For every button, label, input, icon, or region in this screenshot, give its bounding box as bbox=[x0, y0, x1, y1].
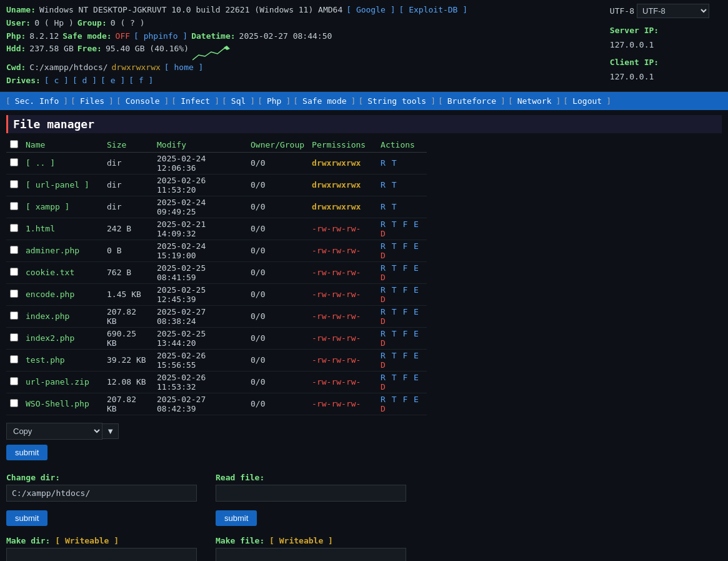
nav-network[interactable]: Network bbox=[515, 95, 554, 107]
nav-safe-mode[interactable]: Safe mode bbox=[300, 95, 349, 107]
action-r-8[interactable]: R bbox=[381, 329, 386, 338]
action-d-6[interactable]: D bbox=[381, 295, 386, 304]
action-t-11[interactable]: T bbox=[392, 395, 397, 404]
file-name-9[interactable]: test.php bbox=[26, 355, 65, 365]
change-dir-submit[interactable]: submit bbox=[6, 510, 47, 526]
action-r-7[interactable]: R bbox=[381, 307, 386, 316]
nav-console[interactable]: Console bbox=[123, 95, 162, 107]
nav-bruteforce[interactable]: Bruteforce bbox=[445, 95, 499, 107]
action-t-1[interactable]: T bbox=[392, 180, 397, 190]
action-f-5[interactable]: F bbox=[402, 263, 407, 273]
file-name-0[interactable]: [ .. ] bbox=[26, 158, 55, 168]
nav-sec-info[interactable]: Sec. Info bbox=[12, 95, 61, 107]
nav-sql[interactable]: Sql bbox=[229, 95, 248, 107]
action-f-10[interactable]: F bbox=[402, 373, 407, 382]
nav-files[interactable]: Files bbox=[77, 95, 107, 107]
action-e-5[interactable]: E bbox=[414, 263, 419, 273]
action-f-8[interactable]: F bbox=[402, 329, 407, 338]
nav-infect[interactable]: Infect bbox=[178, 95, 212, 107]
action-f-11[interactable]: F bbox=[402, 395, 407, 404]
action-d-11[interactable]: D bbox=[381, 404, 386, 413]
encoding-select[interactable]: UTF-8 Windows-1251 KOI8-R bbox=[637, 4, 709, 18]
file-name-8[interactable]: index2.php bbox=[26, 333, 74, 343]
action-f-7[interactable]: F bbox=[402, 307, 407, 316]
action-t-7[interactable]: T bbox=[392, 307, 397, 316]
action-r-6[interactable]: R bbox=[381, 285, 386, 295]
google-link[interactable]: [ Google ] bbox=[346, 4, 395, 17]
action-d-7[interactable]: D bbox=[381, 316, 386, 326]
action-d-3[interactable]: D bbox=[381, 229, 386, 238]
action-t-2[interactable]: T bbox=[392, 202, 397, 211]
file-name-6[interactable]: encode.php bbox=[26, 290, 74, 299]
row-checkbox-7[interactable] bbox=[10, 311, 18, 320]
action-d-8[interactable]: D bbox=[381, 338, 386, 348]
copy-select[interactable]: Copy Move Delete Chmod bbox=[6, 423, 102, 440]
action-t-10[interactable]: T bbox=[392, 373, 397, 382]
action-t-5[interactable]: T bbox=[392, 263, 397, 273]
action-f-3[interactable]: F bbox=[402, 220, 407, 229]
row-checkbox-5[interactable] bbox=[10, 268, 18, 276]
action-e-10[interactable]: E bbox=[414, 373, 419, 382]
action-t-3[interactable]: T bbox=[392, 220, 397, 229]
action-t-8[interactable]: T bbox=[392, 329, 397, 338]
action-r-4[interactable]: R bbox=[381, 241, 386, 251]
row-checkbox-3[interactable] bbox=[10, 224, 18, 232]
action-r-5[interactable]: R bbox=[381, 263, 386, 273]
row-checkbox-4[interactable] bbox=[10, 246, 18, 254]
action-r-0[interactable]: R bbox=[381, 158, 386, 168]
action-f-9[interactable]: F bbox=[402, 351, 407, 360]
drive-e-link[interactable]: [ e ] bbox=[101, 74, 125, 88]
action-r-10[interactable]: R bbox=[381, 373, 386, 382]
action-e-6[interactable]: E bbox=[414, 285, 419, 295]
action-t-9[interactable]: T bbox=[392, 351, 397, 360]
row-checkbox-1[interactable] bbox=[10, 180, 18, 188]
action-t-6[interactable]: T bbox=[392, 285, 397, 295]
drive-c-link[interactable]: [ c ] bbox=[44, 74, 69, 88]
action-d-5[interactable]: D bbox=[381, 273, 386, 282]
row-checkbox-0[interactable] bbox=[10, 158, 18, 166]
row-checkbox-2[interactable] bbox=[10, 202, 18, 210]
file-name-5[interactable]: cookie.txt bbox=[26, 268, 74, 277]
file-name-2[interactable]: [ xampp ] bbox=[26, 202, 69, 211]
nav-logout[interactable]: Logout bbox=[570, 95, 604, 107]
action-d-10[interactable]: D bbox=[381, 382, 386, 392]
select-all-checkbox[interactable] bbox=[10, 140, 18, 148]
action-d-9[interactable]: D bbox=[381, 360, 386, 370]
file-name-4[interactable]: adminer.php bbox=[26, 246, 79, 255]
action-e-11[interactable]: E bbox=[414, 395, 419, 404]
drive-f-link[interactable]: [ f ] bbox=[129, 74, 153, 88]
row-checkbox-8[interactable] bbox=[10, 333, 18, 341]
action-f-4[interactable]: F bbox=[402, 241, 407, 251]
file-action-submit[interactable]: submit bbox=[6, 445, 47, 460]
action-d-4[interactable]: D bbox=[381, 251, 386, 260]
action-e-3[interactable]: E bbox=[414, 220, 419, 229]
row-checkbox-9[interactable] bbox=[10, 355, 18, 363]
change-dir-input[interactable] bbox=[6, 485, 197, 502]
nav-php[interactable]: Php bbox=[264, 95, 284, 107]
action-f-6[interactable]: F bbox=[402, 285, 407, 295]
nav-string-tools[interactable]: String tools bbox=[365, 95, 429, 107]
action-e-4[interactable]: E bbox=[414, 241, 419, 251]
file-name-3[interactable]: 1.html bbox=[26, 224, 55, 233]
exploitdb-link[interactable]: [ Exploit-DB ] bbox=[399, 4, 468, 17]
action-t-0[interactable]: T bbox=[392, 158, 397, 168]
copy-dropdown-btn[interactable]: ▼ bbox=[102, 423, 119, 439]
drive-d-link[interactable]: [ d ] bbox=[72, 74, 97, 88]
action-r-9[interactable]: R bbox=[381, 351, 386, 360]
file-name-10[interactable]: url-panel.zip bbox=[26, 377, 89, 387]
home-link[interactable]: [ home ] bbox=[164, 61, 204, 74]
action-e-8[interactable]: E bbox=[414, 329, 419, 338]
file-name-1[interactable]: [ url-panel ] bbox=[26, 180, 89, 190]
make-dir-input[interactable] bbox=[6, 548, 197, 561]
file-name-7[interactable]: index.php bbox=[26, 311, 69, 321]
file-name-11[interactable]: WSO-Shell.php bbox=[26, 399, 89, 408]
row-checkbox-6[interactable] bbox=[10, 290, 18, 298]
row-checkbox-11[interactable] bbox=[10, 399, 18, 407]
row-checkbox-10[interactable] bbox=[10, 377, 18, 385]
action-r-2[interactable]: R bbox=[381, 202, 386, 211]
read-file-submit[interactable]: submit bbox=[216, 510, 257, 526]
action-r-3[interactable]: R bbox=[381, 220, 386, 229]
make-file-input[interactable] bbox=[216, 548, 406, 561]
read-file-input[interactable] bbox=[216, 485, 406, 502]
action-e-7[interactable]: E bbox=[414, 307, 419, 316]
